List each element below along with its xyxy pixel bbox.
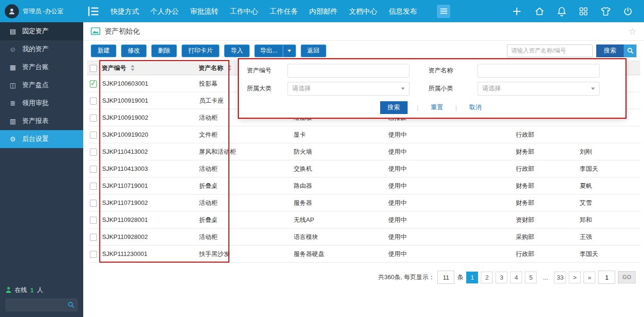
sidebar-search [6,299,78,311]
topbar-menu-item[interactable]: 信息发布 [383,0,423,22]
page-button[interactable]: 1 [466,272,478,283]
row-checkbox[interactable] [90,251,97,258]
select-all-checkbox[interactable] [90,65,97,72]
cell-related-item: 无线AP [291,211,386,229]
cell-status: 使用中 [386,143,513,160]
power-icon[interactable] [623,7,633,16]
cell-status: 使用中 [386,211,513,229]
toolbar-button[interactable]: 修改 [121,44,147,57]
page-button[interactable]: 5 [525,272,537,283]
sidebar-item[interactable]: ☺ 我的资产 [0,40,83,58]
toolbar-button[interactable]: 导入 [224,44,250,57]
cell-asset-code: SJKP110413003 [100,160,197,177]
main-content: 资产初始化 ☆ 新建 修改 删除 打印卡片 导入 导出... 返回 搜索 [83,22,644,317]
app-logo-icon[interactable] [87,6,99,17]
page-button[interactable]: 3 [496,272,507,283]
row-checkbox[interactable] [90,132,97,139]
panel-search-button[interactable]: 搜索 [380,101,408,114]
cell-asset-code: SJKP110928001 [100,211,197,229]
sort-icon[interactable] [131,65,135,72]
chevron-down-icon[interactable] [283,45,296,57]
row-checkbox[interactable] [90,234,97,241]
grid-icon[interactable] [579,7,588,16]
row-checkbox[interactable] [90,166,97,173]
sidebar-item-icon: ▦ [9,63,17,71]
sidebar-item[interactable]: ▤ 固定资产 [0,22,83,40]
sidebar-item[interactable]: ▦ 资产台账 [0,58,83,76]
cell-status: 使用中 [386,126,513,143]
last-page-button[interactable]: » [583,272,595,283]
sidebar-item[interactable]: ≣ 领用审批 [0,94,83,112]
table-row[interactable]: SJKP110413003 活动柜 交换机 使用中 行政部 李国天 [87,160,640,177]
panel-reset-button[interactable]: 重置 [428,103,446,112]
sidebar-item[interactable]: ⚙ 后台设置 [0,130,83,148]
sidebar-item[interactable]: ◫ 资产盘点 [0,76,83,94]
menu-more-button[interactable] [437,5,450,18]
search-icon[interactable] [68,301,74,310]
subcategory-select-value: 请选择 [482,84,501,93]
sidebar-item-label: 我的资产 [22,45,49,53]
col-header-asset-code[interactable]: 资产编号 [100,61,197,75]
row-checkbox[interactable] [90,80,97,88]
topbar-menu-item[interactable]: 审批流转 [184,0,224,22]
subcategory-select[interactable]: 请选择 [478,82,600,96]
page-size-input[interactable] [437,271,454,284]
panel-subcategory-label: 所属小类 [426,84,478,93]
go-button[interactable]: GO [618,271,635,283]
table-row[interactable]: SJKP110719001 折叠桌 路由器 使用中 财务部 夏帆 [87,177,640,194]
topbar-menu-item[interactable]: 文档中心 [343,0,383,22]
online-label: 在线 [15,286,27,294]
topbar-menu-item[interactable]: 内部邮件 [304,0,343,22]
pager-total-text: 共360条, 每页显示： [378,273,435,282]
user-area[interactable]: 管理员 -办公室 [0,4,83,18]
table-row[interactable]: SJKP110928001 折叠桌 无线AP 使用中 资财部 郑和 [87,211,640,229]
toolbar-button[interactable]: 打印卡片 [182,44,219,57]
toolbar-button[interactable]: 删除 [151,44,177,57]
row-checkbox[interactable] [90,97,97,105]
table-row[interactable]: SJKP110928002 活动柜 语言模块 使用中 采购部 王强 [87,229,640,246]
table-row[interactable]: SJKP110413002 屏风和活动柜 防火墙 使用中 财务部 刘刚 [87,143,640,160]
row-checkbox[interactable] [90,183,97,190]
sidebar-item[interactable]: ▥ 资产报表 [0,112,83,130]
panel-name-input[interactable] [478,64,600,78]
page-button[interactable]: 33 [554,272,566,283]
export-button[interactable]: 导出... [254,44,296,57]
table-row[interactable]: SJKP100919020 文件柜 显卡 使用中 行政部 [87,126,640,143]
asset-search-input[interactable] [507,44,593,57]
shirt-icon[interactable] [600,7,611,16]
search-button[interactable]: 搜索 [596,44,624,57]
sidebar-search-input[interactable] [6,299,78,311]
plus-icon[interactable] [512,6,522,17]
back-button[interactable]: 返回 [301,44,326,57]
row-checkbox[interactable] [90,217,97,224]
row-checkbox[interactable] [90,114,97,122]
cell-asset-name: 屏风和活动柜 [197,143,291,160]
cell-status: 使用中 [386,229,513,246]
topbar-menu-item[interactable]: 快捷方式 [105,0,145,22]
sort-icon[interactable] [227,65,232,72]
toolbar-button[interactable]: 新建 [91,44,116,57]
panel-actions: 搜索 | 重置 | 取消 [239,97,625,117]
row-checkbox[interactable] [90,149,97,156]
search-magnifier-button[interactable] [624,44,636,57]
panel-cancel-button[interactable]: 取消 [466,103,484,112]
row-checkbox[interactable] [90,200,97,207]
table-row[interactable]: SJKP111230001 扶手黑沙发 服务器硬盘 使用中 行政部 李国天 [87,246,640,263]
category-select[interactable]: 请选择 [287,82,409,96]
page-button[interactable]: ... [540,272,551,283]
next-page-button[interactable]: > [569,272,581,283]
avatar[interactable] [5,4,19,18]
home-icon[interactable] [534,6,545,17]
pagination: 共360条, 每页显示： 条 1 2 3 4 5 ... 33 > » GO [83,263,644,284]
bell-icon[interactable] [557,6,566,17]
topbar-menu-item[interactable]: 工作任务 [264,0,304,22]
table-row[interactable]: SJKP110719002 活动柜 服务器 使用中 财务部 艾雪 [87,194,640,211]
topbar-menu-item[interactable]: 个人办公 [145,0,184,22]
page-button[interactable]: 2 [481,272,493,283]
goto-page-input[interactable] [598,271,615,284]
panel-code-input[interactable] [287,64,409,78]
page-button[interactable]: 4 [510,272,522,283]
topbar-menu-item[interactable]: 工作中心 [224,0,264,22]
advanced-search-panel: 资产编号 资产名称 所属大类 请选择 所属小类 请选择 搜索 | [239,59,626,118]
favorite-star-icon[interactable]: ☆ [628,27,636,36]
